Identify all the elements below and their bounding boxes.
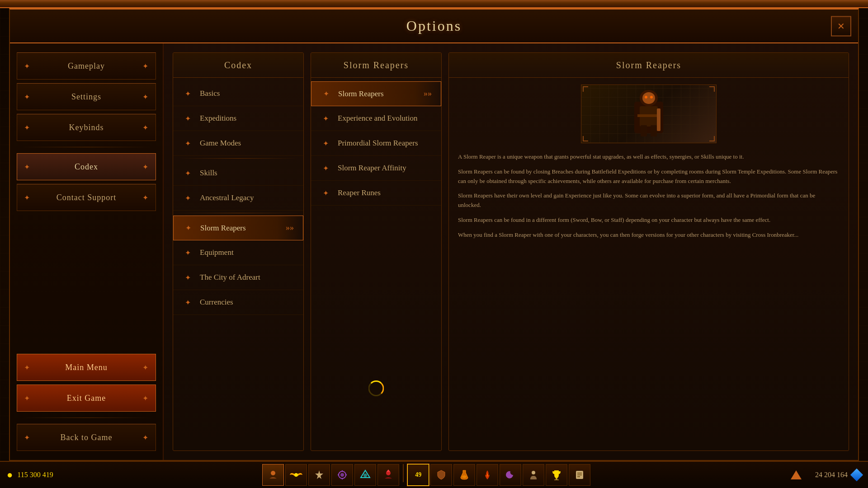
- taskbar-icon-t7[interactable]: [569, 464, 590, 486]
- sidebar-item-main-menu-label: Main Menu: [65, 363, 108, 372]
- sidebar-item-gameplay-label: Gameplay: [68, 61, 105, 71]
- taskbar-icon-char3[interactable]: [308, 464, 330, 486]
- codex-expeditions-icon: ✦: [182, 113, 193, 124]
- svg-point-4: [650, 96, 653, 99]
- taskbar-icon-char6[interactable]: [377, 464, 399, 486]
- svg-point-10: [271, 471, 275, 475]
- taskbar-icon-char5[interactable]: [354, 464, 376, 486]
- svg-point-22: [532, 471, 535, 474]
- codex-panel: Codex ✦ Basics ✦ Expeditions ✦: [173, 52, 304, 451]
- close-button[interactable]: ✕: [831, 16, 851, 36]
- potion-icon: [459, 469, 470, 480]
- sidebar-item-settings[interactable]: Settings: [17, 83, 156, 110]
- codex-panel-title: Codex: [224, 60, 252, 70]
- sidebar-item-back-to-game[interactable]: Back to Game: [17, 424, 156, 451]
- sidebar-item-main-menu[interactable]: Main Menu: [17, 354, 156, 381]
- sidebar-item-exit-game-label: Exit Game: [67, 394, 106, 403]
- reapers-list-header: Slorm Reapers: [311, 53, 441, 78]
- svg-point-13: [340, 473, 344, 477]
- reaper-runes-label: Reaper Runes: [338, 188, 381, 197]
- codex-skills-label: Skills: [200, 169, 217, 178]
- svg-point-11: [294, 473, 298, 477]
- reapers-list-title: Slorm Reapers: [344, 60, 409, 70]
- codex-item-ancestral-legacy[interactable]: ✦ Ancestral Legacy: [173, 186, 303, 211]
- codex-slorm-reapers-label: Slorm Reapers: [200, 224, 246, 233]
- reaper-affinity-label: Slorm Reaper Affinity: [338, 164, 406, 173]
- codex-item-expeditions[interactable]: ✦ Expeditions: [173, 106, 303, 131]
- codex-item-skills[interactable]: ✦ Skills: [173, 161, 303, 186]
- codex-city-label: The City of Adreart: [200, 273, 260, 282]
- codex-city-icon: ✦: [182, 272, 193, 283]
- svg-rect-9: [651, 125, 657, 136]
- detail-image: [581, 84, 717, 143]
- codex-item-game-modes[interactable]: ✦ Game Modes: [173, 131, 303, 156]
- reaper-item-experience[interactable]: ✦ Experience and Evolution: [311, 106, 441, 131]
- reaper-slorm-icon: ✦: [321, 89, 331, 99]
- detail-panel-title: Slorm Reapers: [616, 60, 681, 70]
- codex-basics-label: Basics: [200, 89, 220, 98]
- corner-tr: [709, 86, 715, 92]
- reaper-item-affinity[interactable]: ✦ Slorm Reaper Affinity: [311, 156, 441, 181]
- codex-item-slorm-reapers[interactable]: ✦ Slorm Reapers: [173, 216, 303, 240]
- sidebar-item-keybinds[interactable]: Keybinds: [17, 114, 156, 141]
- codex-equipment-label: Equipment: [200, 248, 234, 257]
- main-window: Options ✕ Gameplay Settings Keybinds Cod…: [9, 8, 859, 461]
- reaper-item-primordial[interactable]: ✦ Primordial Slorm Reapers: [311, 131, 441, 156]
- title-bar: Options ✕: [10, 9, 858, 43]
- character-6-icon: [383, 469, 394, 480]
- svg-rect-7: [657, 108, 660, 131]
- main-content: Codex ✦ Basics ✦ Expeditions ✦: [164, 43, 858, 460]
- reaper-item-runes[interactable]: ✦ Reaper Runes: [311, 181, 441, 206]
- taskbar-icon-t5[interactable]: [523, 464, 544, 486]
- taskbar-icon-t3[interactable]: [476, 464, 498, 486]
- codex-game-modes-icon: ✦: [182, 138, 193, 149]
- svg-point-19: [363, 474, 367, 477]
- skill-icon: [314, 469, 325, 480]
- level-number: 49: [415, 471, 421, 479]
- sidebar-item-contact[interactable]: Contact Support: [17, 184, 156, 211]
- taskbar-icon-char1[interactable]: [262, 464, 284, 486]
- detail-para-2: Slorm Reapers can be found by closing Br…: [458, 167, 840, 186]
- detail-text: A Slorm Reaper is a unique weapon that g…: [449, 150, 849, 247]
- scroll-icon: [574, 469, 585, 480]
- codex-panel-header: Codex: [173, 53, 303, 78]
- codex-item-basics[interactable]: ✦ Basics: [173, 81, 303, 106]
- window-title: Options: [406, 18, 462, 34]
- sidebar-divider-2: [21, 418, 151, 418]
- codex-divider-1: [178, 158, 299, 159]
- codex-slorm-reapers-icon: ✦: [183, 223, 193, 234]
- taskbar-icon-t2[interactable]: [453, 464, 475, 486]
- sidebar-item-codex[interactable]: Codex: [17, 153, 156, 180]
- sidebar-spacer: [17, 215, 156, 350]
- taskbar-icon-t1[interactable]: [430, 464, 452, 486]
- triangle-up-icon[interactable]: [791, 470, 802, 479]
- codex-ancestral-icon: ✦: [182, 192, 193, 203]
- svg-rect-8: [641, 125, 647, 136]
- taskbar-icon-char4[interactable]: [331, 464, 353, 486]
- person-icon: [528, 469, 539, 480]
- codex-currencies-icon: ✦: [182, 297, 193, 308]
- codex-item-city[interactable]: ✦ The City of Adreart: [173, 265, 303, 290]
- svg-point-3: [645, 96, 647, 99]
- silver-amount: 24 204 164: [815, 471, 848, 479]
- codex-divider-2: [178, 213, 299, 213]
- taskbar-level-badge[interactable]: 49: [407, 464, 429, 486]
- sidebar: Gameplay Settings Keybinds Codex Contact…: [10, 43, 164, 460]
- taskbar-icon-t4[interactable]: [500, 464, 521, 486]
- corner-bl: [583, 136, 588, 141]
- detail-panel: Slorm Reapers: [448, 52, 849, 451]
- sidebar-item-exit-game[interactable]: Exit Game: [17, 385, 156, 412]
- codex-expeditions-label: Expeditions: [200, 114, 236, 123]
- codex-basics-icon: ✦: [182, 88, 193, 99]
- shield-icon: [436, 469, 447, 480]
- gem-icon: [850, 469, 863, 481]
- taskbar-icon-t6[interactable]: [546, 464, 567, 486]
- corner-br: [709, 136, 715, 141]
- reaper-item-slorm-reapers[interactable]: ✦ Slorm Reapers: [311, 81, 441, 106]
- codex-item-currencies[interactable]: ✦ Currencies: [173, 290, 303, 315]
- taskbar-icon-char2[interactable]: [285, 464, 307, 486]
- svg-point-2: [642, 92, 655, 104]
- codex-item-equipment[interactable]: ✦ Equipment: [173, 240, 303, 265]
- sidebar-item-gameplay[interactable]: Gameplay: [17, 52, 156, 80]
- gold-amount: 115 300 419: [17, 471, 53, 479]
